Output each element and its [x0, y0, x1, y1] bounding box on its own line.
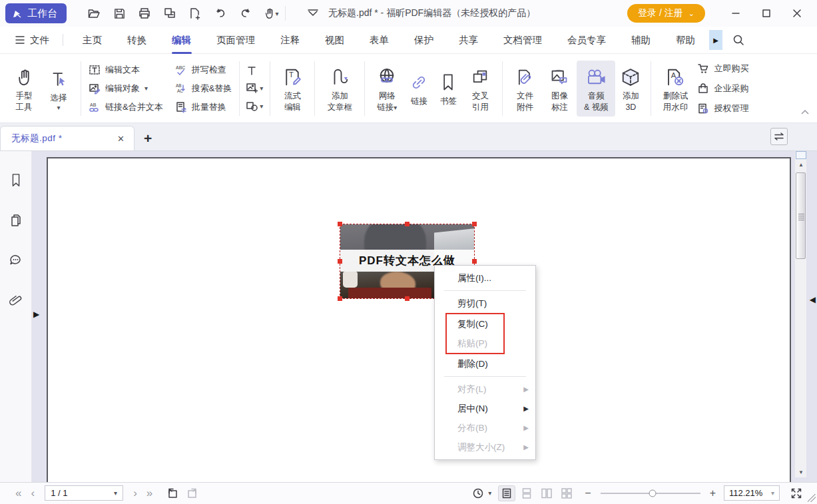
search-replace-button[interactable]: ABAC 搜索&替换 — [175, 81, 232, 97]
single-page-view-button[interactable] — [498, 485, 515, 501]
pdf-page[interactable] — [47, 157, 791, 482]
bookmark-button[interactable]: 书签 — [433, 66, 463, 111]
cross-reference-button[interactable]: 交叉 引用 — [463, 61, 497, 117]
facing-continuous-view-button[interactable] — [558, 485, 575, 501]
context-center[interactable]: 居中(N)▶ — [435, 399, 535, 418]
enterprise-purchase-button[interactable]: 企业采购 — [697, 81, 748, 97]
image-annotation-button[interactable]: 图像 标注 — [542, 61, 577, 117]
menu-protect[interactable]: 保护 — [405, 27, 443, 53]
menu-view[interactable]: 视图 — [316, 27, 354, 53]
extract-page-button[interactable] — [160, 3, 180, 23]
resize-handle-e[interactable] — [472, 259, 477, 264]
context-delete[interactable]: 删除(D) — [435, 354, 535, 374]
bookmarks-panel-button[interactable] — [7, 171, 25, 190]
resize-handle-w[interactable] — [338, 259, 342, 264]
maximize-button[interactable] — [753, 3, 780, 23]
redo-button[interactable] — [236, 3, 256, 23]
login-register-button[interactable]: 登录 / 注册 ⌄ — [627, 4, 705, 23]
workspace-button[interactable]: 工作台 — [5, 3, 67, 23]
page-number-select[interactable]: 1 / 1 ▾ — [45, 485, 123, 501]
resize-handle-n[interactable] — [405, 222, 409, 226]
quick-action-hand-button[interactable]: ▾ — [261, 3, 281, 23]
menu-assist[interactable]: 辅助 — [622, 27, 660, 53]
next-view-button[interactable] — [184, 485, 201, 501]
document-tab[interactable]: 无标题.pdf * ✕ — [0, 126, 135, 150]
search-button[interactable] — [732, 33, 745, 47]
window-resize-grip[interactable] — [808, 494, 816, 502]
new-tab-button[interactable]: + — [144, 130, 152, 146]
license-manage-button[interactable]: 授权管理 — [697, 101, 748, 117]
next-page-button[interactable]: › — [129, 487, 142, 499]
zoom-slider-thumb[interactable] — [649, 489, 656, 497]
context-properties[interactable]: 属性(I)... — [435, 268, 535, 288]
last-page-button[interactable]: » — [142, 487, 157, 499]
flow-edit-button[interactable]: T 流式 编辑 — [275, 61, 310, 117]
add-shape-button[interactable]: ▾ — [246, 99, 263, 114]
switch-tabs-button[interactable] — [770, 128, 788, 145]
caret-down-icon[interactable]: ▾ — [488, 489, 491, 497]
menu-page-manage[interactable]: 页面管理 — [207, 27, 264, 53]
close-button[interactable] — [784, 3, 810, 23]
expand-left-panel-handle[interactable]: ▶ — [33, 310, 39, 319]
open-file-button[interactable] — [84, 3, 104, 23]
add-article-box-button[interactable]: 添加 文章框 — [320, 61, 360, 117]
vertical-scrollbar[interactable]: ▲ ▼ — [794, 151, 806, 477]
scrollbar-split-box[interactable] — [796, 151, 806, 159]
hand-tool-button[interactable]: 手型 工具 — [7, 61, 41, 117]
facing-view-button[interactable] — [538, 485, 555, 501]
read-mode-button[interactable] — [469, 485, 487, 501]
minimize-button[interactable] — [722, 3, 749, 23]
menu-comment[interactable]: 注释 — [271, 27, 309, 53]
previous-page-button[interactable]: ‹ — [26, 487, 39, 499]
zoom-slider[interactable] — [601, 493, 700, 494]
select-tool-button[interactable]: 选择 ▾ — [41, 63, 76, 115]
menu-form[interactable]: 表单 — [360, 27, 398, 53]
menu-share[interactable]: 共享 — [449, 27, 487, 53]
resize-handle-nw[interactable] — [338, 222, 342, 226]
fullscreen-button[interactable] — [788, 485, 805, 501]
resize-handle-ne[interactable] — [472, 222, 477, 226]
menu-convert[interactable]: 转换 — [118, 27, 156, 53]
zoom-out-button[interactable]: − — [583, 487, 592, 499]
previous-view-button[interactable] — [164, 485, 181, 501]
add-page-button[interactable] — [185, 3, 205, 23]
menu-home[interactable]: 主页 — [73, 27, 111, 53]
batch-replace-button[interactable]: 批量替换 — [175, 99, 232, 115]
add-text-button[interactable] — [246, 63, 263, 78]
edit-text-button[interactable]: 编辑文本 — [89, 62, 163, 78]
expand-right-panel-handle[interactable]: ◀ — [810, 295, 816, 304]
menu-doc-manage[interactable]: 文档管理 — [494, 27, 551, 53]
buy-now-button[interactable]: 立即购买 — [697, 61, 748, 77]
undo-button[interactable] — [210, 3, 230, 23]
attachments-panel-button[interactable] — [7, 291, 25, 310]
collapse-toolbar-icon[interactable] — [307, 9, 319, 17]
link-button[interactable]: 链接 — [404, 66, 433, 111]
pages-panel-button[interactable] — [7, 211, 25, 230]
play-icon[interactable]: ▶ — [709, 30, 722, 50]
context-copy[interactable]: 复制(C) — [447, 314, 503, 334]
continuous-view-button[interactable] — [518, 485, 535, 501]
resize-handle-s[interactable] — [405, 296, 409, 301]
close-tab-icon[interactable]: ✕ — [115, 132, 127, 145]
print-button[interactable] — [135, 3, 154, 23]
menu-help[interactable]: 帮助 — [667, 27, 704, 53]
first-page-button[interactable]: « — [11, 487, 26, 499]
resize-handle-sw[interactable] — [338, 296, 342, 301]
scrollbar-thumb[interactable] — [796, 172, 806, 259]
file-attachment-button[interactable]: 文件 附件 — [507, 61, 542, 117]
spell-check-button[interactable]: ABC 拼写检查 — [175, 62, 232, 78]
menu-file[interactable]: 文件 — [8, 34, 56, 47]
context-cut[interactable]: 剪切(T) — [435, 294, 535, 313]
link-merge-text-button[interactable]: AB 链接&合并文本 — [89, 99, 163, 115]
add-3d-button[interactable]: 添加 3D — [615, 61, 646, 117]
scroll-down-icon[interactable]: ▼ — [795, 469, 807, 475]
web-link-button[interactable]: 网络 链接▾ — [370, 61, 404, 117]
zoom-in-button[interactable]: + — [708, 487, 717, 499]
edit-object-button[interactable]: 编辑对象 ▾ — [89, 81, 163, 97]
add-image-button[interactable]: ▾ — [246, 81, 263, 96]
save-button[interactable] — [109, 3, 129, 23]
menu-edit[interactable]: 编辑 — [162, 27, 200, 53]
scroll-up-icon[interactable]: ▲ — [795, 162, 807, 168]
comments-panel-button[interactable] — [7, 251, 25, 270]
audio-video-button[interactable]: 音频 & 视频 — [577, 61, 615, 117]
